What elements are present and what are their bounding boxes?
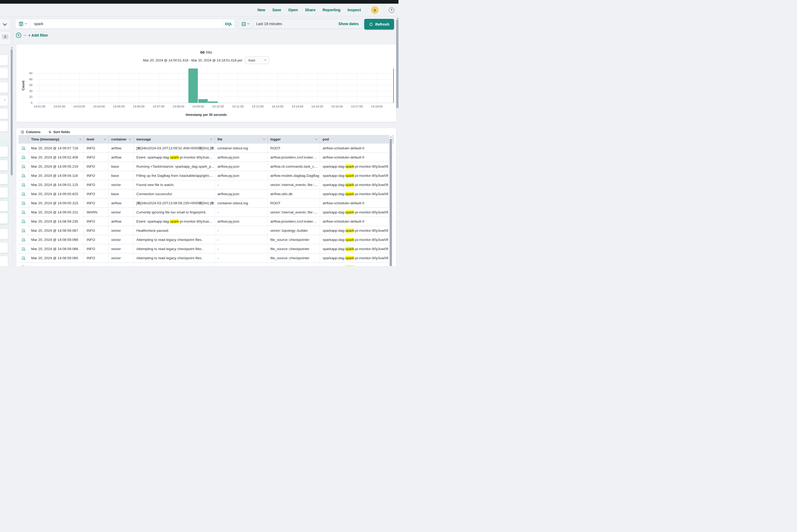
table-row: Mar 20, 2024 @ 14:09:00.315INFOairflow[⊠… bbox=[19, 198, 394, 208]
header-container[interactable]: container bbox=[109, 135, 134, 144]
x-tick-label: 14:17:00 bbox=[351, 105, 363, 108]
nav-open[interactable]: Open bbox=[288, 8, 298, 12]
nav-new[interactable]: New bbox=[258, 8, 265, 12]
nav-reporting[interactable]: Reporting bbox=[322, 8, 340, 12]
chevron-down-icon bbox=[247, 22, 249, 24]
interval-select[interactable]: Auto bbox=[245, 56, 269, 64]
header-file[interactable]: file bbox=[215, 135, 268, 144]
cell-msg: Starting file server. bbox=[134, 263, 215, 266]
histogram-bar[interactable] bbox=[198, 99, 208, 103]
expand-row-button[interactable] bbox=[19, 226, 29, 235]
field-card[interactable] bbox=[0, 174, 8, 184]
histogram-bar[interactable] bbox=[188, 69, 198, 103]
expand-row-button[interactable] bbox=[19, 144, 29, 152]
cell-log: airflow.models.dagbag.DagBag bbox=[268, 171, 320, 180]
header-pod[interactable]: pod bbox=[320, 135, 394, 144]
expand-document-icon bbox=[21, 155, 26, 159]
cell-level: INFO bbox=[84, 180, 109, 189]
chevron-down-icon bbox=[3, 22, 7, 26]
sidebar-badge-box[interactable]: 3 bbox=[0, 31, 11, 45]
cell-log: airflow.cli.commands.task_c… bbox=[268, 162, 320, 171]
app-nav-bar: New Save Open Share Reporting Inspect a … bbox=[0, 4, 398, 17]
sidebar-collapse-button[interactable] bbox=[0, 19, 11, 30]
field-card[interactable] bbox=[0, 82, 8, 93]
expand-row-button[interactable] bbox=[19, 263, 29, 266]
hits-count: 66 bbox=[200, 50, 205, 54]
cell-msg: Attempting to read legacy checkpoint fil… bbox=[134, 253, 215, 262]
expand-row-button[interactable] bbox=[19, 235, 29, 244]
expand-row-button[interactable] bbox=[19, 208, 29, 216]
cell-level: INFO bbox=[84, 263, 109, 266]
highlight-match: spark bbox=[170, 220, 179, 223]
x-tick-label: 14:14:00 bbox=[292, 105, 303, 108]
rail-scrollbar[interactable] bbox=[11, 50, 13, 175]
field-card[interactable] bbox=[0, 147, 8, 157]
expand-row-button[interactable] bbox=[19, 244, 29, 253]
nav-share[interactable]: Share bbox=[305, 8, 315, 12]
y-tick-label: 50 bbox=[29, 72, 33, 75]
highlight-match: spark bbox=[346, 192, 354, 196]
query-language-button[interactable]: DQL bbox=[223, 19, 235, 28]
cell-file: - bbox=[215, 235, 268, 244]
cell-level: INFO bbox=[84, 253, 109, 262]
expand-row-button[interactable] bbox=[19, 180, 29, 189]
table-scrollbar-thumb[interactable] bbox=[390, 139, 392, 266]
field-card[interactable] bbox=[0, 229, 8, 239]
highlight-match: spark bbox=[346, 238, 354, 242]
histogram-plot[interactable] bbox=[37, 69, 394, 103]
expand-row-button[interactable] bbox=[19, 162, 29, 171]
add-filter-button[interactable]: + Add filter bbox=[28, 33, 48, 37]
cell-file: - bbox=[215, 226, 268, 235]
field-card[interactable]: × bbox=[0, 95, 8, 106]
cell-level: INFO bbox=[84, 226, 109, 235]
x-tick-label: 14:12:00 bbox=[252, 105, 264, 108]
nav-inspect[interactable]: Inspect bbox=[348, 8, 361, 12]
time-range-value[interactable]: Last 18 minutes bbox=[253, 22, 338, 26]
expand-row-button[interactable] bbox=[19, 217, 29, 226]
cell-file: - bbox=[215, 263, 268, 266]
search-input[interactable]: spark bbox=[30, 22, 223, 26]
field-card[interactable] bbox=[0, 160, 8, 171]
user-avatar[interactable]: a bbox=[371, 6, 378, 14]
header-level[interactable]: level bbox=[84, 135, 109, 144]
saved-query-menu-button[interactable] bbox=[15, 19, 30, 28]
cell-msg: Running <TaskInstance: sparkapp_dag.spar… bbox=[134, 162, 215, 171]
header-logger[interactable]: logger bbox=[268, 135, 320, 144]
date-quick-select-button[interactable] bbox=[238, 19, 253, 28]
field-card[interactable] bbox=[0, 109, 8, 119]
filter-icon[interactable] bbox=[16, 33, 21, 38]
header-message[interactable]: message bbox=[134, 135, 215, 144]
page-scrollbar-thumb[interactable] bbox=[396, 20, 398, 108]
nav-separator bbox=[384, 6, 384, 13]
columns-button[interactable]: Columns bbox=[20, 130, 40, 134]
discover-page: New Save Open Share Reporting Inspect a … bbox=[0, 0, 398, 266]
calendar-icon bbox=[241, 22, 246, 26]
sort-fields-button[interactable]: Sort fields bbox=[49, 130, 70, 134]
remove-field-icon[interactable]: × bbox=[4, 98, 6, 102]
show-dates-button[interactable]: Show dates bbox=[338, 22, 362, 26]
y-tick-label: 0 bbox=[31, 101, 33, 104]
field-card[interactable] bbox=[0, 68, 8, 78]
page-scroll-up-icon[interactable] bbox=[397, 18, 398, 19]
nav-separator bbox=[366, 6, 366, 13]
rail-scroll-up-icon[interactable] bbox=[11, 47, 13, 49]
field-card[interactable] bbox=[0, 55, 8, 65]
nav-save[interactable]: Save bbox=[272, 8, 281, 12]
table-scroll-up-icon[interactable] bbox=[390, 136, 392, 137]
cell-pod: sparkapp-dag-spark-pi-monitor-80y3uw09 bbox=[320, 162, 394, 171]
expand-row-button[interactable] bbox=[19, 189, 29, 198]
field-card[interactable] bbox=[0, 121, 8, 132]
header-time[interactable]: Time (timestamp) bbox=[29, 135, 84, 144]
expand-row-button[interactable] bbox=[19, 153, 29, 162]
histogram-bar[interactable] bbox=[208, 101, 218, 103]
expand-row-button[interactable] bbox=[19, 198, 29, 207]
field-card[interactable] bbox=[0, 243, 8, 253]
refresh-button[interactable]: Refresh bbox=[364, 19, 394, 30]
field-card[interactable] bbox=[0, 256, 8, 266]
field-card[interactable] bbox=[0, 201, 8, 211]
help-icon[interactable]: ? bbox=[389, 7, 394, 13]
expand-row-button[interactable] bbox=[19, 253, 29, 262]
expand-row-button[interactable] bbox=[19, 171, 29, 180]
field-card[interactable] bbox=[0, 213, 8, 224]
field-card[interactable] bbox=[0, 187, 8, 198]
